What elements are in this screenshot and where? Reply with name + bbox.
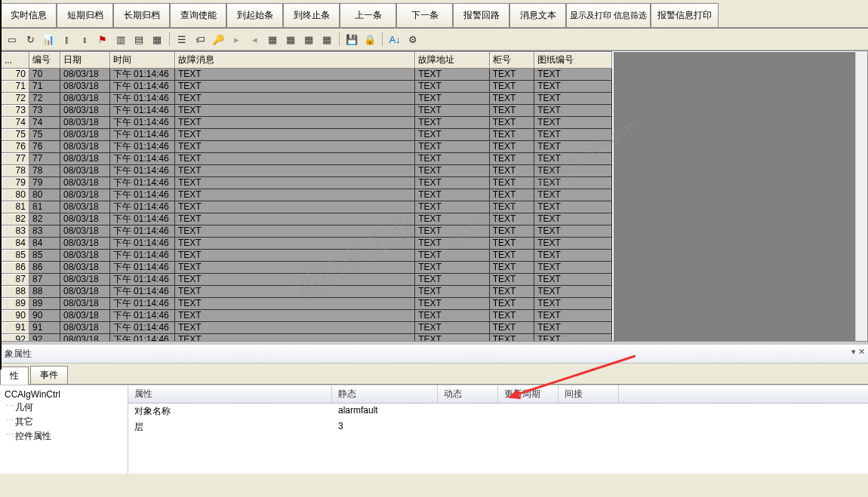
list-icon[interactable]: ☰ [174,32,189,47]
grid2-icon[interactable]: ▦ [283,32,298,47]
doc-icon[interactable]: ▭ [5,32,20,47]
table-row[interactable]: 828208/03/18下午 01:14:46TEXTTEXTTEXTTEXT [2,213,612,225]
table-row[interactable]: 737308/03/18下午 01:14:46TEXTTEXTTEXTTEXT [2,105,612,117]
col-dynamic[interactable]: 动态 [438,385,498,403]
table-row[interactable]: 848408/03/18下午 01:14:46TEXTTEXTTEXTTEXT [2,238,612,250]
tab-events[interactable]: 事件 [30,366,68,384]
toolbar: ▭ ↻ 📊 ⫿ ⫾ ⚑ ▥ ▤ ▦ ☰ 🏷 🔑 ▸ ◂ ▦ ▦ ▦ ▦ 💾 🔒 … [0,29,868,51]
tab-alarm-loop[interactable]: 报警回路 [453,3,509,27]
save-icon[interactable]: 💾 [344,32,359,47]
table-row[interactable]: 909008/03/18下午 01:14:46TEXTTEXTTEXTTEXT [2,310,612,322]
tab-long-archive[interactable]: 长期归档 [113,3,170,27]
sort-icon[interactable]: A↓ [387,32,402,47]
col-cycle[interactable]: 更新周期 [498,385,559,403]
table-row[interactable]: 878708/03/18下午 01:14:46TEXTTEXTTEXTTEXT [2,274,612,286]
table-row[interactable]: 707008/03/18下午 01:14:46TEXTTEXTTEXTTEXT [2,69,612,81]
tab-prev[interactable]: 上一条 [340,3,396,27]
tree-root[interactable]: CCAlgWinCtrl [5,388,123,400]
tree-item-control-attr[interactable]: 控件属性 [5,429,123,443]
grid3-icon[interactable]: ▦ [301,32,316,47]
tag-icon[interactable]: 🏷 [192,32,208,47]
scrollbar[interactable] [855,51,867,341]
cell: TEXT [489,274,534,286]
col-header[interactable]: 柜号 [489,52,534,69]
row-number: 87 [2,274,29,286]
cell: 08/03/18 [60,129,110,141]
table-row[interactable]: 767608/03/18下午 01:14:46TEXTTEXTTEXTTEXT [2,141,612,153]
row-number: 78 [2,165,29,177]
table-row[interactable]: 929208/03/18下午 01:14:46TEXTTEXTTEXTTEXT [2,334,612,342]
cell: 74 [29,117,60,129]
table-row[interactable]: 747408/03/18下午 01:14:46TEXTTEXTTEXTTEXT [2,117,612,129]
table-row[interactable]: 888808/03/18下午 01:14:46TEXTTEXTTEXTTEXT [2,286,612,298]
col-header[interactable]: 日期 [60,52,110,69]
tab-short-archive[interactable]: 短期归档 [57,3,113,27]
property-grid-header: 属性 静态 动态 更新周期 间接 [128,385,868,403]
col-header[interactable]: 编号 [29,52,60,69]
tree-item-geometry[interactable]: 几何 [5,400,123,415]
table-row[interactable]: 818108/03/18下午 01:14:46TEXTTEXTTEXTTEXT [2,201,612,213]
col-header[interactable]: 故障消息 [174,52,414,69]
tab-realtime[interactable]: 实时信息 [0,3,57,27]
tab-alarm-print[interactable]: 报警信息打印 [651,3,719,27]
back-icon[interactable]: ◂ [247,32,262,47]
cell: 08/03/18 [60,286,110,298]
table-row[interactable]: 808008/03/18下午 01:14:46TEXTTEXTTEXTTEXT [2,189,612,201]
cell: TEXT [415,274,490,286]
key-icon[interactable]: 🔑 [211,32,226,47]
options-icon[interactable]: ⚙ [405,32,420,47]
table-row[interactable]: 838308/03/18下午 01:14:46TEXTTEXTTEXTTEXT [2,225,612,238]
tab-display-print[interactable]: 显示及打印 信息筛选 [566,3,651,27]
refresh-icon[interactable]: ↻ [23,32,38,47]
table-row[interactable]: 919108/03/18下午 01:14:46TEXTTEXTTEXTTEXT [2,322,612,334]
chart-icon[interactable]: 📊 [41,32,56,47]
col-header[interactable]: 图纸编号 [534,52,612,69]
table-row[interactable]: 797908/03/18下午 01:14:46TEXTTEXTTEXTTEXT [2,177,612,189]
grid4-icon[interactable]: ▦ [319,32,334,47]
col-indirect[interactable]: 间接 [559,385,619,403]
cell: 83 [29,225,60,238]
col-static[interactable]: 静态 [332,385,438,403]
tree-item-other[interactable]: 其它 [5,415,123,429]
col-header[interactable]: ... [2,52,29,69]
bar-icon[interactable]: ⫿ [59,32,74,47]
tab-properties[interactable]: 性 [0,367,29,385]
table-row[interactable]: 858508/03/18下午 01:14:46TEXTTEXTTEXTTEXT [2,250,612,262]
grid1-icon[interactable]: ▦ [265,32,280,47]
tab-msg-text[interactable]: 消息文本 [509,3,566,27]
play-icon[interactable]: ▸ [229,32,244,47]
cell: TEXT [174,117,414,129]
tab-next[interactable]: 下一条 [396,3,453,27]
tab-query-enable[interactable]: 查询使能 [170,3,226,27]
cell: TEXT [415,310,490,322]
col-header[interactable]: 时间 [109,52,174,69]
cell: TEXT [489,298,534,310]
cell: TEXT [174,310,414,322]
flag-icon[interactable]: ⚑ [95,32,110,47]
table-row[interactable]: 717108/03/18下午 01:14:46TEXTTEXTTEXTTEXT [2,81,612,93]
card-icon[interactable]: ▥ [113,32,128,47]
lock-icon[interactable]: 🔒 [362,32,377,47]
calendar-icon[interactable]: ▦ [149,32,165,47]
table-row[interactable]: 757508/03/18下午 01:14:46TEXTTEXTTEXTTEXT [2,129,612,141]
tab-to-last[interactable]: 到终止条 [283,3,340,27]
col-header[interactable]: 故障地址 [415,52,490,69]
col-attr[interactable]: 属性 [128,385,332,403]
property-row[interactable]: 层 3 [128,419,868,435]
close-icon[interactable]: ▾ ✕ [851,347,865,357]
table-row[interactable]: 727208/03/18下午 01:14:46TEXTTEXTTEXTTEXT [2,93,612,105]
cell: 84 [29,238,60,250]
property-row[interactable]: 对象名称 alarmfault [128,403,868,419]
table-row[interactable]: 787808/03/18下午 01:14:46TEXTTEXTTEXTTEXT [2,165,612,177]
cell: TEXT [534,310,612,322]
cell: 77 [29,153,60,165]
cell: TEXT [174,165,414,177]
trend-icon[interactable]: ⫾ [77,32,92,47]
tab-to-first[interactable]: 到起始条 [226,3,283,27]
table-row[interactable]: 868608/03/18下午 01:14:46TEXTTEXTTEXTTEXT [2,262,612,274]
cell: TEXT [174,322,414,334]
card2-icon[interactable]: ▤ [131,32,146,47]
table-row[interactable]: 777708/03/18下午 01:14:46TEXTTEXTTEXTTEXT [2,153,612,165]
cell: 下午 01:14:46 [109,298,174,310]
table-row[interactable]: 898908/03/18下午 01:14:46TEXTTEXTTEXTTEXT [2,298,612,310]
